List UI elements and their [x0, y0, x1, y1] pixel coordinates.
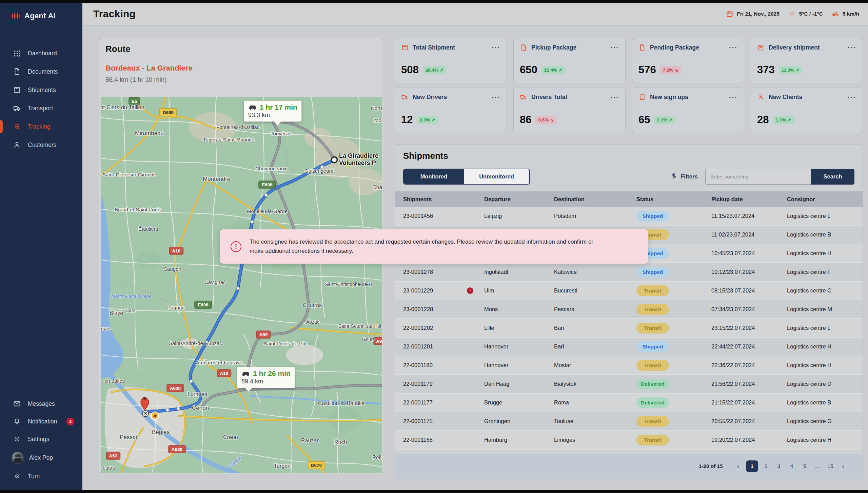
map-label: Saint-André-de-Cubzac	[169, 340, 222, 346]
sidebar-item-transport[interactable]: Transport	[0, 99, 82, 117]
pagination-page-5[interactable]: 5	[800, 460, 810, 472]
table-row[interactable]: 22-0001175 Groningen Touluse Transit 20:…	[395, 412, 863, 431]
table-footer: 1-20 of 15 ‹ 12345…15 ›	[395, 454, 863, 479]
table-row[interactable]: 23-0001278 Ingolstadt Katowice Shipped 1…	[395, 263, 863, 282]
stat-card-delivery-shipment: Delivery shipment ··· 373 11.3% ↗	[751, 38, 863, 83]
stat-card-pending-package: Pending Package ··· 576 7.2% ↘	[632, 38, 744, 83]
cell-consignor: Logistics centre H	[787, 343, 863, 350]
card-menu-button[interactable]: ···	[729, 46, 738, 49]
route-map[interactable]: E5D699E606E606D730A10A10A89A630A630A63D6…	[101, 97, 382, 473]
status-badge: Transit	[636, 285, 669, 296]
road-shield-D670: D670	[308, 461, 325, 469]
stat-delta-badge: 3.1% ↗	[654, 116, 675, 124]
card-menu-button[interactable]: ···	[729, 95, 738, 99]
sidebar-item-settings[interactable]: Settings	[0, 430, 82, 448]
cell-consignor: Logistics centre L	[787, 213, 863, 219]
card-menu-button[interactable]: ···	[848, 46, 856, 49]
sidebar-bottom: Messages Notification4 Settings Alex Pop…	[0, 395, 82, 485]
date-widget: Fri 21, Nov., 2025	[726, 10, 780, 18]
road-shield-A630: A630	[167, 384, 184, 392]
pagination-prev[interactable]: ‹	[733, 460, 743, 472]
cell-shipment-id: 23-0001278	[403, 269, 484, 275]
status-badge: Transit	[636, 360, 669, 371]
user-menu[interactable]: Alex Pop	[0, 448, 82, 468]
map-label: Saugon	[164, 266, 181, 272]
status-badge: Transit	[636, 304, 669, 315]
stat-card-new-sign-ups: New sign ups ··· 65 3.1% ↗	[632, 88, 744, 133]
pagination-page-15[interactable]: 15	[825, 460, 835, 472]
grid-icon	[13, 49, 21, 57]
cell-destination: Limoges	[554, 437, 636, 443]
pagination-page-1[interactable]: 1	[746, 460, 758, 472]
sidebar-item-notification[interactable]: Notification4	[0, 413, 82, 430]
svg-text:Volunteers P: Volunteers P	[339, 159, 376, 166]
road-shield-A63: A63	[106, 452, 120, 459]
map-label: Chalais	[372, 185, 382, 190]
map-label: Cavignac	[204, 279, 226, 285]
card-menu-button[interactable]: ···	[610, 95, 619, 99]
pagination-next[interactable]: ›	[838, 460, 848, 472]
temperature-widget: 5°C / -1°C	[788, 10, 823, 18]
map-label: Fontaines-d'Ozillac	[216, 124, 260, 130]
logo-text: Agent AI	[24, 12, 56, 20]
tab-unmonitored[interactable]: Unmonitored	[464, 169, 529, 184]
search-button[interactable]: Search	[811, 169, 854, 185]
table-row[interactable]: 22-0001179 Den Haag Bialystok Delivered …	[395, 375, 863, 394]
search-input[interactable]	[705, 169, 811, 185]
date-text: Fri 21, Nov., 2025	[737, 11, 780, 17]
stat-value: 12	[401, 114, 413, 126]
card-menu-button[interactable]: ···	[492, 95, 500, 99]
card-menu-button[interactable]: ···	[492, 46, 500, 49]
cell-pickup-date: 08:15/23.07.2024	[711, 287, 787, 294]
sidebar-item-dashboard[interactable]: Dashboard	[0, 44, 82, 62]
map-label: Cars	[125, 308, 136, 313]
map-label: Guizengeard	[304, 168, 334, 174]
temperature-text: 5°C / -1°C	[799, 11, 823, 17]
map-label: Montlieu-la-Garde	[247, 208, 288, 214]
sidebar-item-tracking[interactable]: Tracking	[0, 117, 82, 136]
bottom-strip	[0, 490, 868, 493]
logo-waveform-icon	[12, 12, 20, 20]
filters-button[interactable]: Filters	[671, 172, 698, 181]
table-row[interactable]: 22-0001180 Hannover Mostar Transit 22:36…	[395, 356, 863, 375]
map-label: Ambarès-et-Lagrave	[196, 360, 242, 365]
map-label: Bègles	[152, 429, 170, 435]
pagination-page-4[interactable]: 4	[787, 460, 797, 472]
table-row[interactable]: 23-0001229 ! Ulm Bucuresti Transit 08:15…	[395, 282, 863, 300]
sidebar-nav: Dashboard Documents Shipments Transport …	[0, 44, 82, 154]
sidebar-item-documents[interactable]: Documents	[0, 62, 82, 81]
card-menu-button[interactable]: ···	[848, 95, 856, 99]
table-row[interactable]: 23-0001228 Mons Pescara Transit 07:34/23…	[395, 300, 863, 319]
sidebar-item-shipments[interactable]: Shipments	[0, 81, 82, 99]
svg-text:A63: A63	[109, 453, 118, 458]
app-screen: Agent AI Dashboard Documents Shipments T…	[0, 0, 868, 493]
cell-departure: Leipzig	[484, 213, 554, 219]
sidebar-item-messages[interactable]: Messages	[0, 395, 82, 413]
sidebar-collapse-button[interactable]: Turn	[0, 468, 82, 485]
map-label: Saint-Denis-de-Pile	[264, 341, 308, 346]
car-icon	[241, 371, 250, 376]
table-row[interactable]: 22-0001201 Hannover Bari Shipped 22:44/2…	[395, 338, 863, 356]
table-row[interactable]: 22-0001177 Brugge Roma Delivered 21:15/2…	[395, 394, 863, 412]
tab-monitored[interactable]: Monitored	[404, 169, 464, 184]
pagination-page-3[interactable]: 3	[774, 460, 784, 472]
stat-label: Delivery shipment	[769, 44, 820, 51]
table-row[interactable]: 22-0001168 Hamburg Limoges Transit 19:20…	[395, 431, 863, 450]
road-shield-D699: D699	[160, 109, 177, 116]
pagination-page-2[interactable]: 2	[761, 460, 771, 472]
cell-departure: Brugge	[484, 399, 554, 406]
map-label: Étauliers	[138, 226, 158, 232]
cell-departure: Hannover	[484, 343, 554, 350]
stat-label: New Drivers	[413, 94, 447, 101]
stat-value: 508	[401, 64, 419, 76]
stat-label: Pickup Package	[531, 44, 576, 51]
sidebar-item-customers[interactable]: Customers	[0, 136, 82, 154]
stat-value: 373	[757, 64, 775, 76]
stat-label: New Clients	[769, 94, 802, 101]
stat-card-new-drivers: New Drivers ··· 12 2.3% ↗	[395, 88, 507, 133]
map-label: Chevanceaux	[255, 166, 287, 171]
table-row[interactable]: 22-0001202 Lille Bari Transit 23:15/22.0…	[395, 319, 863, 338]
table-row[interactable]: 23-0001456 Leipzig Potsdam Shipped 11:15…	[395, 207, 863, 226]
card-menu-button[interactable]: ···	[610, 46, 619, 49]
sidebar-item-label: Tracking	[28, 123, 50, 130]
